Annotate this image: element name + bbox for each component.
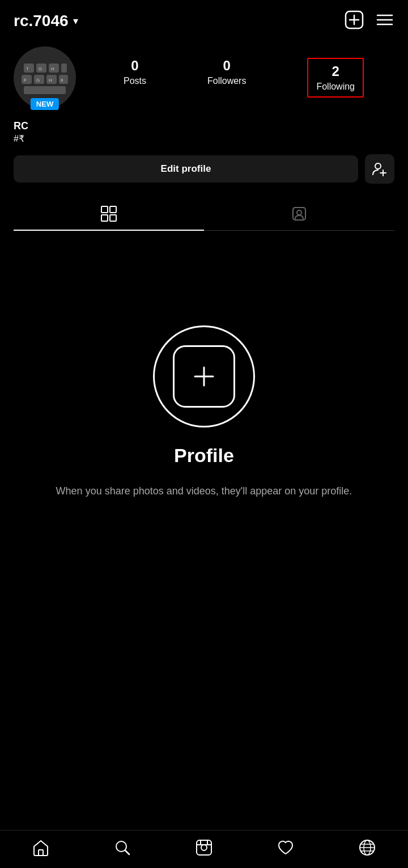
svg-text:H: H [49,78,52,83]
svg-rect-29 [110,215,116,221]
following-count: 2 [332,63,339,79]
tabs-row [14,197,394,231]
svg-text:H: H [51,66,54,71]
nav-profile[interactable] [358,839,376,857]
header-icons [345,10,394,32]
svg-rect-28 [101,215,108,221]
svg-rect-37 [197,840,211,855]
nav-reels[interactable] [195,839,213,857]
svg-line-36 [125,850,129,854]
header-left: rc.7046 ▾ [14,12,78,30]
posts-count: 0 [131,58,138,74]
svg-rect-15 [24,86,66,94]
nav-likes[interactable] [277,839,295,857]
add-content-circle[interactable] [153,325,255,427]
chevron-down-icon[interactable]: ▾ [73,15,78,27]
svg-text:8: 8 [61,78,63,83]
svg-rect-11 [22,75,32,84]
posts-label: Posts [124,76,146,86]
svg-point-31 [297,210,301,215]
profile-top: T G H F G H 8 NEW 0 Posts 0 Followers [14,46,394,109]
avatar-wrapper: T G H F G H 8 NEW [14,46,76,109]
username-text[interactable]: rc.7046 [14,12,69,30]
action-row: Edit profile [14,154,394,184]
header: rc.7046 ▾ [0,0,408,37]
add-content-inner [173,345,235,408]
add-person-button[interactable] [365,154,394,184]
svg-rect-34 [39,850,43,856]
tab-grid[interactable] [14,197,204,230]
edit-profile-button[interactable]: Edit profile [14,155,358,183]
tab-tagged[interactable] [204,197,394,230]
svg-text:F: F [24,78,27,83]
profile-meta: RC #₹ [14,120,394,144]
bottom-nav [0,830,408,868]
svg-rect-7 [24,63,34,73]
followers-count: 0 [223,58,231,74]
nav-home[interactable] [32,839,50,857]
svg-text:G: G [36,78,40,83]
empty-state-title: Profile [174,444,234,467]
profile-bio: #₹ [14,133,394,144]
svg-text:T: T [26,66,29,71]
followers-label: Followers [207,76,246,86]
svg-rect-27 [110,206,116,213]
hamburger-menu-icon[interactable] [375,10,394,32]
content-area: Profile When you share photos and videos… [0,231,408,571]
posts-stat[interactable]: 0 Posts [124,58,146,98]
following-label: Following [316,82,355,92]
new-badge: NEW [31,98,59,110]
svg-point-23 [375,163,381,169]
nav-search[interactable] [113,839,131,857]
svg-point-38 [201,845,207,850]
svg-text:G: G [39,66,42,71]
profile-name: RC [14,120,394,132]
add-square-icon[interactable] [345,10,364,32]
svg-rect-26 [101,206,108,213]
empty-state-subtitle: When you share photos and videos, they'l… [56,484,352,499]
followers-stat[interactable]: 0 Followers [207,58,246,98]
stats-row: 0 Posts 0 Followers 2 Following [93,58,394,98]
svg-rect-10 [61,63,67,73]
following-stat[interactable]: 2 Following [307,58,364,98]
profile-section: T G H F G H 8 NEW 0 Posts 0 Followers [0,37,408,231]
